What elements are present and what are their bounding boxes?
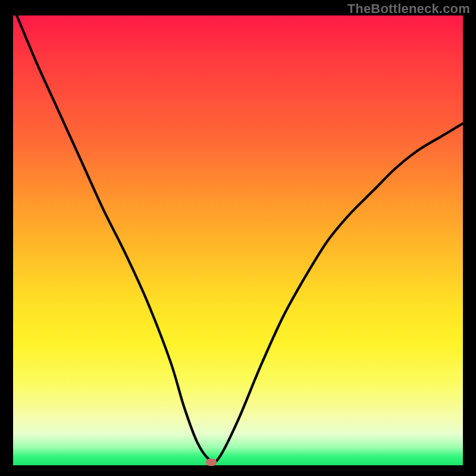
min-marker bbox=[206, 459, 217, 466]
watermark-text: TheBottleneck.com bbox=[347, 1, 470, 17]
plot-area bbox=[13, 15, 463, 465]
chart-frame: TheBottleneck.com bbox=[0, 0, 476, 476]
bottleneck-curve bbox=[13, 7, 463, 462]
curve-layer bbox=[13, 15, 463, 465]
